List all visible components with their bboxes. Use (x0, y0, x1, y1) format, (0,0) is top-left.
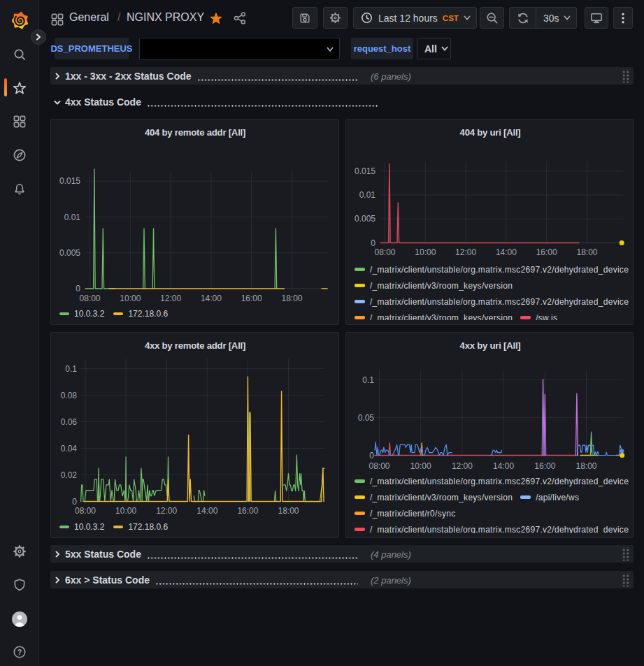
svg-text:4xx by remote addr [All]: 4xx by remote addr [All] (145, 340, 245, 351)
svg-text:0.02: 0.02 (61, 470, 78, 480)
svg-text:08:00: 08:00 (368, 461, 389, 471)
svg-text:14:00: 14:00 (201, 294, 222, 303)
svg-text:0.04: 0.04 (61, 444, 78, 454)
svg-text:08:00: 08:00 (75, 506, 96, 516)
svg-text:0.06: 0.06 (61, 417, 78, 427)
svg-text:14:00: 14:00 (196, 506, 217, 516)
svg-text:0.015: 0.015 (355, 166, 375, 176)
svg-text:?: ? (17, 648, 22, 656)
svg-text:404 by uri [All]: 404 by uri [All] (460, 127, 521, 138)
svg-text:10:00: 10:00 (415, 247, 436, 257)
svg-text:0.015: 0.015 (59, 176, 80, 186)
svg-text:18:00: 18:00 (575, 461, 596, 471)
svg-text:12:00: 12:00 (455, 247, 476, 257)
svg-text:10:00: 10:00 (115, 506, 136, 516)
svg-text:0.08: 0.08 (61, 391, 78, 400)
svg-text:12:00: 12:00 (156, 506, 177, 516)
svg-text:16:00: 16:00 (241, 294, 262, 303)
svg-text:0.005: 0.005 (59, 248, 80, 258)
svg-text:0.05: 0.05 (358, 413, 375, 423)
svg-text:18:00: 18:00 (278, 506, 299, 516)
svg-text:12:00: 12:00 (452, 461, 473, 471)
svg-text:404 by remote addr [All]: 404 by remote addr [All] (145, 127, 245, 138)
svg-text:0.005: 0.005 (355, 214, 375, 224)
svg-text:08:00: 08:00 (79, 294, 100, 303)
svg-text:10:00: 10:00 (120, 294, 141, 303)
svg-text:0.1: 0.1 (65, 364, 77, 374)
svg-text:14:00: 14:00 (496, 247, 517, 257)
svg-text:0: 0 (76, 284, 80, 294)
svg-text:16:00: 16:00 (237, 506, 258, 516)
svg-text:0.1: 0.1 (362, 375, 374, 385)
svg-text:18:00: 18:00 (281, 294, 302, 303)
svg-text:0: 0 (72, 497, 77, 507)
svg-text:18:00: 18:00 (576, 247, 597, 257)
svg-text:4xx by uri [All]: 4xx by uri [All] (460, 340, 521, 351)
svg-text:12:00: 12:00 (160, 294, 181, 303)
svg-text:0.01: 0.01 (359, 190, 376, 200)
svg-text:0.01: 0.01 (64, 212, 81, 222)
svg-text:0: 0 (371, 238, 375, 248)
svg-text:16:00: 16:00 (534, 461, 555, 471)
svg-text:14:00: 14:00 (493, 461, 514, 471)
svg-text:0: 0 (369, 451, 374, 461)
svg-text:10:00: 10:00 (410, 461, 431, 471)
svg-text:16:00: 16:00 (536, 247, 557, 257)
svg-text:08:00: 08:00 (374, 247, 395, 257)
